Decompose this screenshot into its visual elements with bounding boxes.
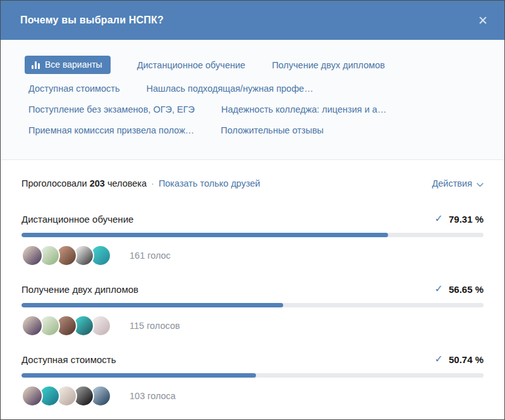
poll-results-modal: Почему вы выбрали НСПК? ✕ Все варианты Д… — [0, 0, 505, 420]
voted-count: 203 — [90, 178, 105, 188]
result-bar-fill — [21, 233, 388, 237]
result-percent: ✓ 50.74 % — [435, 354, 484, 366]
votes-count: 161 голос — [130, 250, 171, 261]
result-percent: ✓ 56.65 % — [435, 283, 484, 295]
result-bar-track — [21, 233, 484, 237]
result-bar-fill — [21, 373, 256, 378]
result-bar-track — [21, 373, 484, 378]
filter-all-options-label: Все варианты — [45, 59, 102, 70]
result-row: Получение двух дипломов ✓ 56.65 % 115 го… — [21, 283, 484, 337]
modal-title: Почему вы выбрали НСПК? — [20, 15, 164, 26]
percent-value: 79.31 % — [449, 214, 484, 225]
filter-option-link[interactable]: Надежность колледжа: лицензия и а… — [221, 104, 386, 114]
voted-prefix: Проголосовали — [21, 178, 87, 188]
avatar[interactable] — [21, 385, 43, 407]
avatar[interactable] — [21, 315, 43, 337]
answer-filters: Все варианты Дистанционное обучение Полу… — [1, 40, 504, 160]
votes-count: 103 голоса — [130, 391, 176, 401]
voted-summary: Проголосовали 203 человека · Показать то… — [21, 178, 260, 188]
voter-avatars — [21, 245, 107, 266]
filter-row: Все варианты Дистанционное обучение Полу… — [25, 56, 480, 74]
results-section: Проголосовали 203 человека · Показать то… — [1, 160, 504, 407]
percent-value: 56.65 % — [449, 284, 484, 295]
filter-all-options-button[interactable]: Все варианты — [25, 56, 111, 74]
actions-label: Действия — [432, 178, 472, 188]
result-row: Дистанционное обучение ✓ 79.31 % 161 гол… — [21, 213, 484, 266]
bar-chart-icon — [32, 61, 40, 70]
result-bar-fill — [21, 303, 283, 307]
voted-suffix: человека — [107, 178, 147, 188]
show-friends-only-link[interactable]: Показать только друзей — [159, 178, 260, 188]
avatar[interactable] — [21, 245, 43, 266]
filter-row: Доступная стоимость Нашлась подходящая/н… — [25, 83, 480, 94]
filter-option-link[interactable]: Положительные отзывы — [221, 125, 324, 135]
percent-value: 50.74 % — [449, 354, 484, 365]
chevron-down-icon — [477, 179, 484, 189]
result-label: Дистанционное обучение — [21, 214, 133, 225]
filter-option-link[interactable]: Получение двух дипломов — [272, 60, 385, 70]
check-icon: ✓ — [435, 213, 443, 225]
voter-avatars — [21, 385, 107, 407]
filter-option-link[interactable]: Приемная комиссия призвела полож… — [28, 125, 194, 135]
filter-option-link[interactable]: Поступление без экзаменов, ОГЭ, ЕГЭ — [28, 104, 195, 114]
check-icon: ✓ — [435, 283, 443, 295]
result-label: Доступная стоимость — [21, 354, 116, 365]
result-bar-track — [21, 303, 484, 307]
result-label: Получение двух дипломов — [21, 284, 138, 295]
votes-count: 115 голосов — [130, 321, 180, 331]
filter-option-link[interactable]: Доступная стоимость — [28, 83, 120, 94]
result-percent: ✓ 79.31 % — [435, 213, 484, 225]
actions-dropdown[interactable]: Действия — [432, 178, 484, 189]
check-icon: ✓ — [435, 353, 443, 365]
voter-avatars — [21, 315, 107, 337]
meta-row: Проголосовали 203 человека · Показать то… — [21, 178, 484, 189]
filter-row: Поступление без экзаменов, ОГЭ, ЕГЭ Наде… — [25, 104, 480, 114]
filter-row: Приемная комиссия призвела полож… Положи… — [25, 125, 480, 135]
filter-option-link[interactable]: Нашлась подходящая/нужная профе… — [147, 83, 313, 94]
result-row: Доступная стоимость ✓ 50.74 % 103 голоса — [21, 354, 484, 407]
modal-header: Почему вы выбрали НСПК? ✕ — [1, 1, 504, 40]
filter-option-link[interactable]: Дистанционное обучение — [137, 60, 245, 70]
close-icon[interactable]: ✕ — [478, 15, 488, 27]
dot-separator: · — [151, 178, 154, 188]
